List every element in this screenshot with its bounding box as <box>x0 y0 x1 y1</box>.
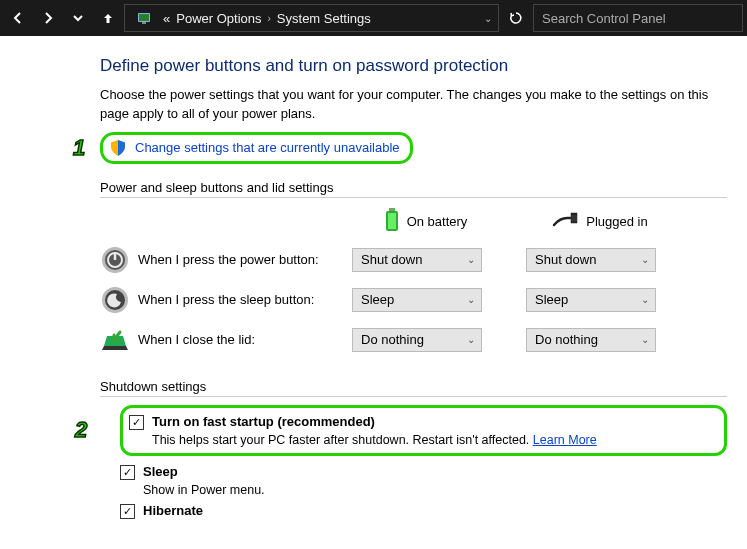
fast-startup-desc: This helps start your PC faster after sh… <box>129 433 714 447</box>
row-lid: When I close the lid: Do nothing ⌄ Do no… <box>100 325 727 355</box>
shutdown-settings: 2 ✓ Turn on fast startup (recommended) T… <box>100 405 727 521</box>
callout-number-1: 1 <box>73 135 85 161</box>
battery-icon <box>385 208 399 235</box>
column-headers: On battery Plugged in <box>100 208 727 235</box>
chevron-down-icon[interactable]: ⌄ <box>484 13 492 24</box>
section-header-shutdown: Shutdown settings <box>100 379 727 397</box>
addr-prefix: « <box>163 11 170 26</box>
section-header-buttons-lid: Power and sleep buttons and lid settings <box>100 180 727 198</box>
hibernate-checkbox[interactable]: ✓ <box>120 504 135 519</box>
chevron-down-icon: ⌄ <box>467 254 475 265</box>
svg-rect-6 <box>571 215 577 222</box>
svg-rect-2 <box>142 22 146 24</box>
chevron-down-icon: ⌄ <box>467 294 475 305</box>
back-button[interactable] <box>4 4 32 32</box>
page-description: Choose the power settings that you want … <box>100 86 727 124</box>
fast-startup-checkbox[interactable]: ✓ <box>129 415 144 430</box>
content-area: Define power buttons and turn on passwor… <box>0 36 747 541</box>
row-power-button: When I press the power button: Shut down… <box>100 245 727 275</box>
row-power-button-label: When I press the power button: <box>130 252 352 267</box>
sleep-label: Sleep <box>143 464 178 479</box>
plug-icon <box>552 212 578 231</box>
row-lid-label: When I close the lid: <box>130 332 352 347</box>
search-placeholder: Search Control Panel <box>542 11 666 26</box>
annotation-box-2: 2 ✓ Turn on fast startup (recommended) T… <box>120 405 727 456</box>
hibernate-label: Hibernate <box>143 503 203 518</box>
sleep-button-battery-select[interactable]: Sleep ⌄ <box>352 288 482 312</box>
page-title: Define power buttons and turn on passwor… <box>100 56 727 76</box>
sleep-button-battery-value: Sleep <box>361 292 394 307</box>
column-plugged-label: Plugged in <box>586 214 647 229</box>
power-button-battery-select[interactable]: Shut down ⌄ <box>352 248 482 272</box>
svg-rect-3 <box>389 208 395 211</box>
row-sleep-button-label: When I press the sleep button: <box>130 292 352 307</box>
lid-icon <box>100 325 130 355</box>
titlebar: « Power Options › System Settings ⌄ Sear… <box>0 0 747 36</box>
up-button[interactable] <box>94 4 122 32</box>
addr-part-1[interactable]: Power Options <box>176 11 261 26</box>
fast-startup-desc-text: This helps start your PC faster after sh… <box>152 433 533 447</box>
power-button-plugged-value: Shut down <box>535 252 596 267</box>
chevron-right-icon: › <box>268 13 271 24</box>
row-sleep-button: When I press the sleep button: Sleep ⌄ S… <box>100 285 727 315</box>
recent-dropdown[interactable] <box>64 4 92 32</box>
chevron-down-icon: ⌄ <box>641 254 649 265</box>
control-panel-icon <box>133 7 155 29</box>
sleep-button-plugged-select[interactable]: Sleep ⌄ <box>526 288 656 312</box>
search-input[interactable]: Search Control Panel <box>533 4 743 32</box>
chevron-down-icon: ⌄ <box>467 334 475 345</box>
learn-more-link[interactable]: Learn More <box>533 433 597 447</box>
sleep-checkbox[interactable]: ✓ <box>120 465 135 480</box>
sleep-button-icon <box>100 285 130 315</box>
svg-rect-1 <box>139 14 149 21</box>
lid-battery-select[interactable]: Do nothing ⌄ <box>352 328 482 352</box>
power-button-icon <box>100 245 130 275</box>
lid-plugged-value: Do nothing <box>535 332 598 347</box>
sleep-button-plugged-value: Sleep <box>535 292 568 307</box>
callout-number-2: 2 <box>75 417 87 443</box>
shield-icon <box>109 139 127 157</box>
fast-startup-label: Turn on fast startup (recommended) <box>152 414 375 429</box>
sleep-desc: Show in Power menu. <box>120 483 727 497</box>
power-button-plugged-select[interactable]: Shut down ⌄ <box>526 248 656 272</box>
lid-battery-value: Do nothing <box>361 332 424 347</box>
forward-button[interactable] <box>34 4 62 32</box>
svg-rect-5 <box>388 213 396 229</box>
addr-part-2[interactable]: System Settings <box>277 11 371 26</box>
refresh-button[interactable] <box>501 4 531 32</box>
chevron-down-icon: ⌄ <box>641 334 649 345</box>
column-battery-label: On battery <box>407 214 468 229</box>
power-button-battery-value: Shut down <box>361 252 422 267</box>
column-header-plugged: Plugged in <box>536 208 664 235</box>
lid-plugged-select[interactable]: Do nothing ⌄ <box>526 328 656 352</box>
column-header-battery: On battery <box>362 208 490 235</box>
change-settings-link[interactable]: Change settings that are currently unava… <box>135 140 400 155</box>
chevron-down-icon: ⌄ <box>641 294 649 305</box>
address-bar[interactable]: « Power Options › System Settings ⌄ <box>124 4 499 32</box>
annotation-box-1: 1 Change settings that are currently una… <box>100 132 413 164</box>
